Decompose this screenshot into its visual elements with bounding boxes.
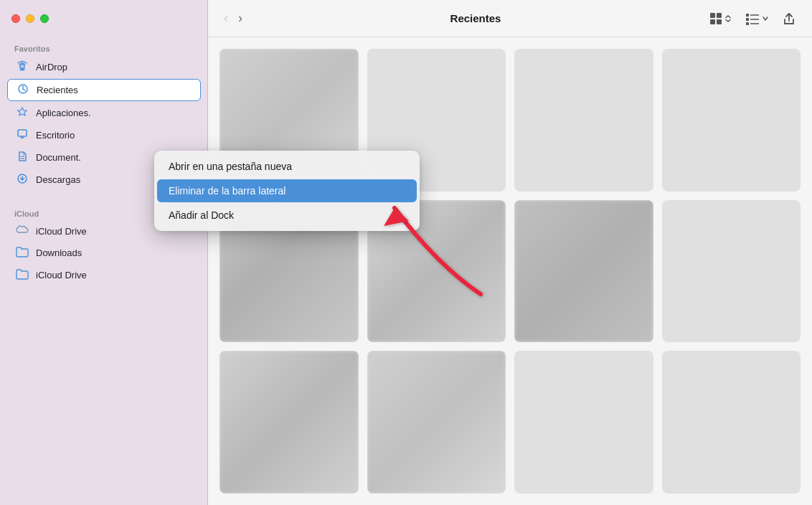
toolbar-title: Recientes [252, 12, 699, 24]
aplicaciones-label: Aplicaciones. [36, 108, 91, 118]
main-area: ‹ › Recientes [208, 0, 812, 505]
grid-item-3[interactable] [514, 49, 653, 192]
context-menu-item-open-tab[interactable]: Abrir en una pestaña nueva [157, 155, 417, 178]
svg-rect-11 [746, 14, 749, 16]
maximize-button[interactable] [40, 14, 49, 23]
documentos-label: Document. [36, 152, 81, 163]
svg-rect-3 [18, 130, 27, 136]
recientes-label: Recientes [37, 85, 78, 95]
svg-rect-7 [710, 13, 715, 18]
grid-item-8[interactable] [662, 200, 801, 343]
context-menu-item-remove-sidebar[interactable]: Eliminar de la barra lateral [157, 179, 417, 202]
icloud-folder-icon [16, 268, 29, 282]
chevron-up-down-icon [724, 15, 732, 22]
grid-item-12[interactable] [662, 351, 801, 494]
svg-rect-12 [746, 18, 749, 21]
chevron-down-icon [762, 15, 769, 22]
escritorio-label: Escritorio [36, 130, 75, 141]
sidebar-item-downloads[interactable]: Downloads [7, 242, 201, 263]
aplicaciones-icon [16, 106, 29, 120]
grid-item-7[interactable] [514, 200, 653, 343]
sidebar-divider [207, 0, 208, 505]
svg-rect-13 [746, 22, 749, 25]
airdrop-label: AirDrop [36, 62, 67, 72]
descargas-icon [16, 173, 29, 187]
svg-rect-9 [710, 19, 715, 24]
grid-icon [709, 11, 723, 26]
sidebar-item-airdrop[interactable]: AirDrop [7, 57, 201, 77]
favorites-section-label: Favoritos [0, 37, 208, 56]
recientes-icon [16, 83, 29, 97]
minimize-button[interactable] [26, 14, 34, 23]
sidebar-item-escritorio[interactable]: Escritorio [7, 125, 201, 146]
share-button[interactable] [778, 9, 801, 29]
view-grid-button[interactable] [704, 9, 736, 29]
grid-item-4[interactable] [662, 49, 801, 192]
sidebar-item-recientes[interactable]: Recientes [7, 79, 201, 101]
grid-item-11[interactable] [514, 351, 653, 494]
downloads-folder-icon [16, 246, 29, 260]
toolbar: ‹ › Recientes [208, 0, 812, 37]
documentos-icon [16, 151, 29, 164]
sidebar-item-icloud-drive2[interactable]: iCloud Drive [7, 265, 201, 285]
escritorio-icon [16, 128, 29, 142]
icloud-icon [16, 225, 29, 237]
descargas-label: Descargas [36, 174, 80, 185]
sidebar-item-aplicaciones[interactable]: Aplicaciones. [7, 103, 201, 123]
toolbar-right [704, 9, 801, 29]
grid-item-10[interactable] [367, 351, 506, 494]
svg-rect-10 [717, 19, 722, 24]
downloads-label: Downloads [36, 247, 82, 258]
sidebar: Favoritos AirDrop Recientes [0, 0, 208, 505]
content-grid [208, 37, 812, 505]
svg-rect-8 [717, 13, 722, 18]
view-list-button[interactable] [740, 9, 773, 28]
list-icon [745, 12, 760, 25]
close-button[interactable] [11, 14, 20, 23]
context-menu-item-add-dock[interactable]: Añadir al Dock [157, 204, 417, 227]
nav-buttons: ‹ › [219, 8, 247, 29]
icloud-drive2-label: iCloud Drive [36, 270, 87, 280]
share-icon [782, 11, 796, 26]
airdrop-icon [16, 60, 29, 74]
icloud-drive-label: iCloud Drive [36, 226, 87, 237]
forward-button[interactable]: › [234, 8, 247, 29]
grid-item-9[interactable] [219, 351, 359, 494]
back-button[interactable]: ‹ [219, 8, 232, 29]
titlebar [0, 0, 208, 37]
context-menu: Abrir en una pestaña nueva Eliminar de l… [154, 151, 420, 231]
